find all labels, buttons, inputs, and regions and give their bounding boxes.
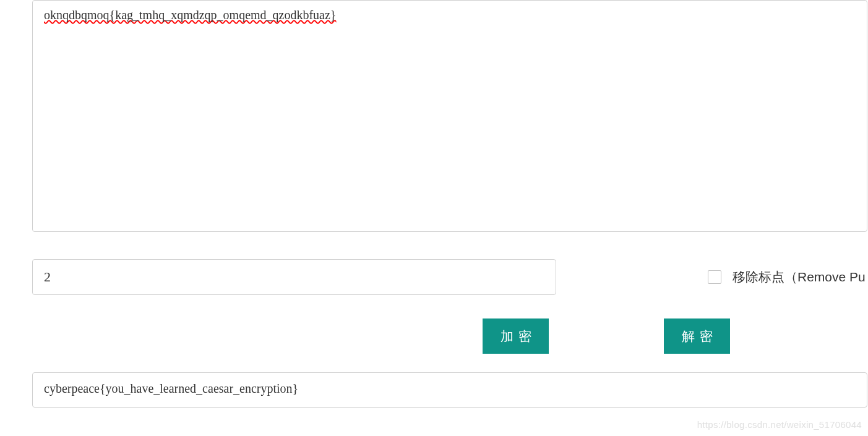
watermark-text: https://blog.csdn.net/weixin_51706044 <box>697 419 862 430</box>
remove-punctuation-checkbox[interactable] <box>708 270 721 284</box>
shift-input[interactable] <box>32 259 556 295</box>
encrypt-button[interactable]: 加密 <box>483 318 549 354</box>
plaintext-output: cyberpeace{you_have_learned_caesar_encry… <box>32 372 867 408</box>
remove-punctuation-option: 移除标点（Remove Pu <box>708 268 866 286</box>
options-row: 移除标点（Remove Pu <box>32 259 868 295</box>
decrypt-button[interactable]: 解密 <box>664 318 730 354</box>
ciphertext-input[interactable] <box>32 0 867 232</box>
button-row: 加密 解密 <box>32 318 868 354</box>
remove-punctuation-label: 移除标点（Remove Pu <box>733 268 866 286</box>
